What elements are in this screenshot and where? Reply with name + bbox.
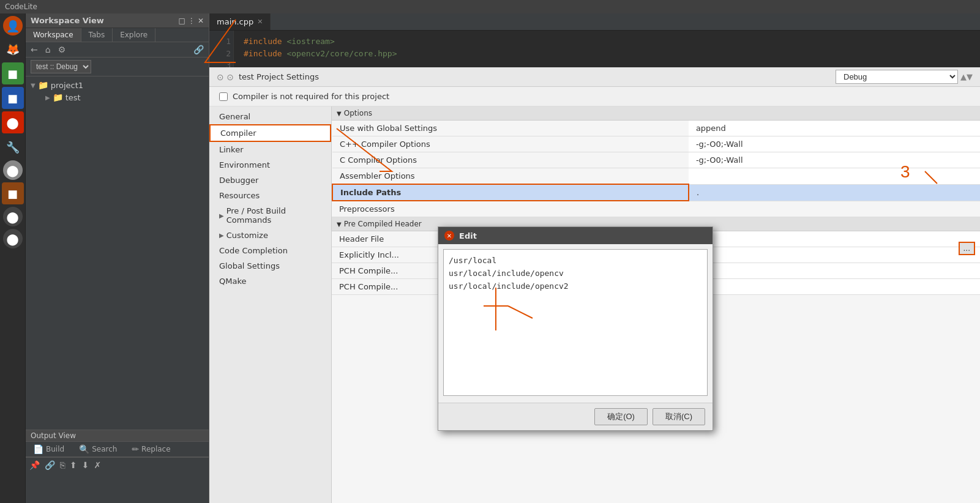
dialog-titlebar: ✕ Edit <box>438 227 713 244</box>
output-view-header: Output View <box>26 430 209 442</box>
output-pin-icon[interactable]: 📌 <box>28 459 41 471</box>
precompiled-val-0 <box>688 231 980 247</box>
sidebar-menu-icon[interactable]: ⋮ <box>188 17 195 25</box>
settings-title: test Project Settings <box>239 72 319 81</box>
test-folder-icon: 📁 <box>53 92 63 102</box>
dock-icon-blue[interactable]: ■ <box>2 87 24 109</box>
option-val-asm <box>689 168 980 185</box>
nav-item-linker[interactable]: Linker <box>209 142 331 157</box>
sidebar-tabs: Workspace Tabs Explore <box>26 28 209 42</box>
option-row-include-paths[interactable]: Include Paths . <box>332 184 980 201</box>
toolbar-back-icon[interactable]: ← <box>28 43 40 56</box>
output-link-icon[interactable]: 🔗 <box>43 459 56 471</box>
debug-select-wrapper: Debug ▲▼ <box>836 70 973 84</box>
dock-icon-red[interactable]: ⬤ <box>2 111 24 133</box>
options-section-header[interactable]: ▼ Options <box>332 106 980 121</box>
output-tab-replace[interactable]: ✏️ Replace <box>124 442 178 456</box>
debug-select[interactable]: Debug <box>836 70 958 84</box>
toolbar-link-icon[interactable]: 🔗 <box>191 43 206 56</box>
nav-label-pre-post: Pre / Post Build Commands <box>226 206 321 225</box>
sidebar: Workspace View □ ⋮ ✕ Workspace Tabs Expl… <box>26 13 209 503</box>
workspace-dropdown[interactable]: test :: Debug <box>31 60 91 73</box>
nav-item-resources[interactable]: Resources <box>209 188 331 203</box>
nav-item-general[interactable]: General <box>209 109 331 124</box>
dock-icon-brown[interactable]: ■ <box>2 182 24 204</box>
nav-item-code-completion[interactable]: Code Completion <box>209 243 331 258</box>
test-label: test <box>65 93 81 102</box>
line-2: 2 <box>212 48 231 60</box>
options-section-label: Options <box>344 109 372 117</box>
nav-item-compiler[interactable]: Compiler <box>209 124 331 142</box>
sidebar-panel-title: Workspace View <box>31 16 104 25</box>
tree-item-project1[interactable]: ▼ 📁 project1 <box>26 79 209 91</box>
dock-icon-tools[interactable]: 🔧 <box>2 136 24 158</box>
toolbar-settings-icon[interactable]: ⚙ <box>56 43 69 56</box>
workspace-dropdown-wrapper: test :: Debug <box>26 58 209 76</box>
nav-label-code-completion: Code Completion <box>219 246 288 255</box>
preprocessors-row: Preprocessors <box>332 201 980 217</box>
dialog-close-button[interactable]: ✕ <box>444 231 454 240</box>
nav-label-qmake: QMake <box>219 277 246 286</box>
tab-close-icon[interactable]: ✕ <box>257 18 263 26</box>
option-key-include-paths: Include Paths <box>332 184 689 201</box>
replace-label: Replace <box>141 445 170 453</box>
option-key-cpp: C++ Compiler Options <box>332 136 689 152</box>
output-tab-search[interactable]: 🔍 Search <box>72 442 124 456</box>
dock-icon-dark2[interactable]: ⬤ <box>3 229 23 248</box>
output-view: Output View 📄 Build 🔍 Search ✏️ Replace … <box>26 430 209 503</box>
toolbar-home-icon[interactable]: ⌂ <box>43 43 53 56</box>
option-key-asm: Assembler Options <box>332 168 689 185</box>
search-icon: 🔍 <box>79 444 89 454</box>
nav-item-pre-post[interactable]: ▶ Pre / Post Build Commands <box>209 203 331 228</box>
option-row-cpp: C++ Compiler Options -g;-O0;-Wall <box>332 136 980 152</box>
dialog-cancel-button[interactable]: 取消(C) <box>653 408 705 425</box>
build-icon: 📄 <box>33 444 43 454</box>
dialog-confirm-button[interactable]: 确定(O) <box>594 408 648 425</box>
line-1: 1 <box>212 35 231 48</box>
dialog-body: /usr/local usr/local/include/opencv usr/… <box>438 244 713 403</box>
compiler-not-required-checkbox[interactable] <box>219 92 228 101</box>
replace-icon: ✏️ <box>132 444 139 454</box>
nav-item-qmake[interactable]: QMake <box>209 274 331 289</box>
dock-icon-gray[interactable]: ⬤ <box>3 160 23 180</box>
ellipsis-button[interactable]: ... <box>959 242 975 255</box>
dialog-textarea[interactable]: /usr/local usr/local/include/opencv usr/… <box>443 249 708 396</box>
left-dock: 👤 🦊 ■ ■ ⬤ 🔧 ⬤ ■ ⬤ ⬤ <box>0 13 26 503</box>
tree-item-test[interactable]: ▶ 📁 test <box>26 91 209 103</box>
options-table: Use with Global Settings append C++ Comp… <box>332 121 980 201</box>
nav-label-customize: Customize <box>226 231 268 240</box>
nav-label-global-settings: Global Settings <box>219 261 280 270</box>
sidebar-maximize-icon[interactable]: □ <box>179 17 185 25</box>
option-val-c: -g;-O0;-Wall <box>689 152 980 168</box>
dock-icon-firefox[interactable]: 🦊 <box>2 38 24 60</box>
nav-item-customize[interactable]: ▶ Customize <box>209 228 331 243</box>
dialog-footer: 确定(O) 取消(C) <box>438 403 713 430</box>
output-tabs: 📄 Build 🔍 Search ✏️ Replace <box>26 442 209 457</box>
nav-label-linker: Linker <box>219 145 244 154</box>
dock-icon-user[interactable]: 👤 <box>3 16 23 35</box>
precompiled-arrow: ▼ <box>337 221 342 228</box>
nav-item-global-settings[interactable]: Global Settings <box>209 258 331 274</box>
output-up-icon[interactable]: ⬆ <box>69 459 78 471</box>
precompiled-section-label: Pre Compiled Header <box>344 220 422 228</box>
output-down-icon[interactable]: ⬇ <box>81 459 91 471</box>
sidebar-tab-tabs[interactable]: Tabs <box>81 28 113 42</box>
nav-item-environment[interactable]: Environment <box>209 157 331 173</box>
dock-icon-dark[interactable]: ⬤ <box>3 207 23 226</box>
dock-icon-green[interactable]: ■ <box>2 62 24 84</box>
output-copy-icon[interactable]: ⎘ <box>59 459 66 471</box>
sidebar-close-icon[interactable]: ✕ <box>198 17 204 25</box>
app-title: CodeLite <box>5 2 975 11</box>
sidebar-tab-workspace[interactable]: Workspace <box>26 28 81 42</box>
editor-tab-main-cpp[interactable]: main.cpp ✕ <box>209 13 271 30</box>
output-tab-build[interactable]: 📄 Build <box>26 442 72 456</box>
option-row-c: C Compiler Options -g;-O0;-Wall <box>332 152 980 168</box>
nav-item-debugger[interactable]: Debugger <box>209 173 331 188</box>
option-val-include-paths: . <box>689 184 980 201</box>
settings-dots-icon: ⊙ ⊙ <box>217 72 234 82</box>
sidebar-tab-explore[interactable]: Explore <box>113 28 155 42</box>
settings-title-area: ⊙ ⊙ test Project Settings <box>217 72 319 82</box>
debug-select-arrow: ▲▼ <box>960 72 973 81</box>
build-label: Build <box>46 445 64 453</box>
output-clear-icon[interactable]: ✗ <box>92 459 102 471</box>
